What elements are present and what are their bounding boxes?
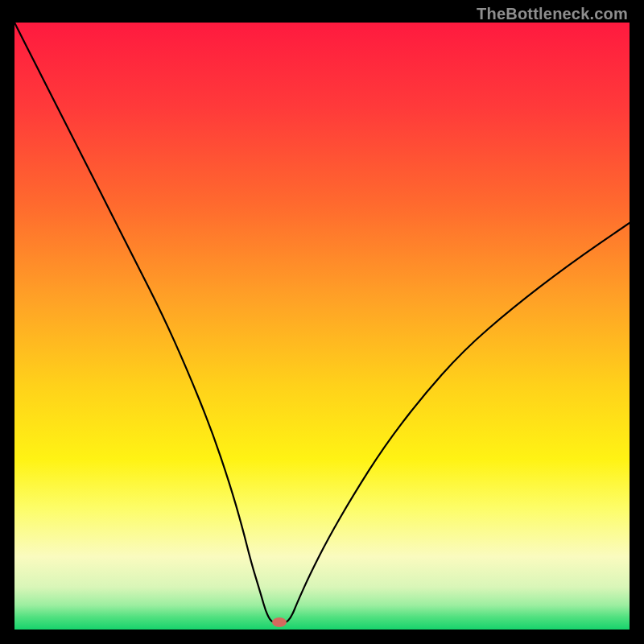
optimal-point-marker xyxy=(272,617,287,627)
plot-area xyxy=(14,23,630,630)
chart-stage: TheBottleneck.com xyxy=(0,0,644,644)
bottleneck-curve xyxy=(14,23,630,630)
watermark: TheBottleneck.com xyxy=(477,5,628,23)
